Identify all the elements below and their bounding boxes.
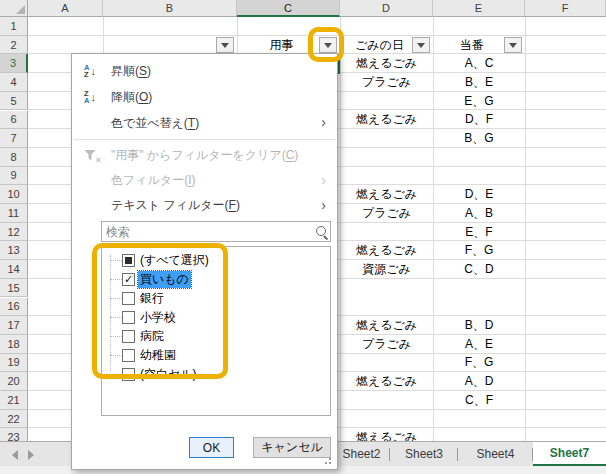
cell-E20[interactable]: A、D <box>433 372 525 391</box>
cell-D14[interactable]: 資源ごみ <box>340 260 433 279</box>
cell-E4[interactable]: B、E <box>433 73 525 92</box>
filter-option-0[interactable]: (すべて選択) <box>102 251 330 270</box>
sheet-tab-sheet3[interactable]: Sheet3 <box>390 442 458 466</box>
menu-sort-ascending[interactable]: AZ↓ 昇順(S) <box>72 58 337 84</box>
filter-option-1[interactable]: 買いもの <box>102 270 330 289</box>
cell-E14[interactable]: C、D <box>433 260 525 279</box>
cell-E17[interactable]: B、D <box>433 316 525 335</box>
menu-text-filters[interactable]: テキスト フィルター(F) › <box>72 193 337 218</box>
cell-D17[interactable]: 燃えるごみ <box>340 316 433 335</box>
sort-ascending-icon: AZ↓ <box>84 64 111 79</box>
checkbox-unchecked-icon[interactable] <box>122 330 135 343</box>
filter-button-column-d[interactable] <box>412 37 430 53</box>
sheet-tab-sheet7[interactable]: Sheet7 <box>533 442 606 466</box>
row-header-10[interactable]: 10 <box>0 185 28 204</box>
row-header-3[interactable]: 3 <box>0 54 28 73</box>
cell-E11[interactable]: A、B <box>433 204 525 223</box>
sheet-tab-sheet4[interactable]: Sheet4 <box>458 442 533 466</box>
column-header-B[interactable]: B <box>103 0 237 17</box>
column-header-A[interactable]: A <box>28 0 103 17</box>
tab-scroll-right-icon[interactable] <box>28 450 34 460</box>
cell-B2[interactable] <box>103 36 237 55</box>
cell-E6[interactable]: D、F <box>433 111 525 130</box>
column-header-E[interactable]: E <box>433 0 525 17</box>
ok-button[interactable]: OK <box>189 437 234 458</box>
cell-D6[interactable]: 燃えるごみ <box>340 111 433 130</box>
cell-E19[interactable]: F、G <box>433 354 525 373</box>
row-header-8[interactable]: 8 <box>0 148 28 167</box>
filter-option-6[interactable]: (空白セル) <box>102 365 330 384</box>
filter-option-3[interactable]: 小学校 <box>102 308 330 327</box>
cell-D11[interactable]: プラごみ <box>340 204 433 223</box>
filter-button-column-b[interactable] <box>216 37 234 53</box>
row-header-9[interactable]: 9 <box>0 167 28 186</box>
cell-D4[interactable]: プラごみ <box>340 73 433 92</box>
filter-option-2[interactable]: 銀行 <box>102 289 330 308</box>
tree-line <box>110 374 122 375</box>
cell-D3[interactable]: 燃えるごみ <box>340 54 433 73</box>
row-header-19[interactable]: 19 <box>0 354 28 373</box>
cell-E21[interactable]: C、F <box>433 391 525 410</box>
resize-grip[interactable] <box>329 458 331 460</box>
cell-D13[interactable]: 燃えるごみ <box>340 241 433 260</box>
checkbox-unchecked-icon[interactable] <box>122 292 135 305</box>
cell-D20[interactable]: 燃えるごみ <box>340 372 433 391</box>
row-header-4[interactable]: 4 <box>0 73 28 92</box>
column-header-F[interactable]: F <box>525 0 606 17</box>
cell-D18[interactable]: プラごみ <box>340 335 433 354</box>
row-header-22[interactable]: 22 <box>0 410 28 429</box>
filter-menu-popup: AZ↓ 昇順(S) ZA↓ 降順(O) 色で並べ替え(T) › "用事" からフ… <box>71 53 338 470</box>
filter-button-column-c[interactable] <box>319 37 337 53</box>
row-header-7[interactable]: 7 <box>0 129 28 148</box>
dropdown-arrow-icon <box>509 43 517 48</box>
select-all-corner[interactable] <box>0 0 28 17</box>
row-header-1[interactable]: 1 <box>0 17 28 36</box>
active-cell-border-fragment <box>338 54 340 74</box>
menu-clear-filter: "用事" からフィルターをクリア(C) <box>72 143 337 168</box>
checkbox-checked-icon[interactable] <box>122 273 135 286</box>
excel-window: ABCDEF 123456789101112131415161718192021… <box>0 0 606 474</box>
cell-E18[interactable]: A、E <box>433 335 525 354</box>
row-header-20[interactable]: 20 <box>0 372 28 391</box>
cancel-button[interactable]: キャンセル <box>253 437 331 458</box>
row-header-14[interactable]: 14 <box>0 260 28 279</box>
cell-E10[interactable]: D、E <box>433 185 525 204</box>
row-header-11[interactable]: 11 <box>0 204 28 223</box>
checkbox-indeterminate-icon[interactable] <box>122 254 135 267</box>
row-header-17[interactable]: 17 <box>0 316 28 335</box>
row-header-5[interactable]: 5 <box>0 92 28 111</box>
filter-option-4[interactable]: 病院 <box>102 327 330 346</box>
sheet-tab-sheet2[interactable]: Sheet2 <box>333 442 390 466</box>
row-header-13[interactable]: 13 <box>0 241 28 260</box>
tab-scroll-left-icon[interactable] <box>12 450 18 460</box>
menu-sort-descending[interactable]: ZA↓ 降順(O) <box>72 84 337 110</box>
row-header-15[interactable]: 15 <box>0 279 28 298</box>
cell-E5[interactable]: E、G <box>433 92 525 111</box>
tree-line <box>110 260 122 261</box>
cell-E13[interactable]: F、G <box>433 241 525 260</box>
row-header-16[interactable]: 16 <box>0 298 28 317</box>
column-header-C[interactable]: C <box>237 0 340 17</box>
cell-E2[interactable]: 当番 <box>433 36 525 55</box>
row-header-18[interactable]: 18 <box>0 335 28 354</box>
row-header-2[interactable]: 2 <box>0 36 28 55</box>
checkbox-unchecked-icon[interactable] <box>122 311 135 324</box>
cell-E7[interactable]: B、G <box>433 129 525 148</box>
row-header-12[interactable]: 12 <box>0 223 28 242</box>
cell-E12[interactable]: E、F <box>433 223 525 242</box>
header-yoji: 用事 <box>270 37 294 54</box>
checkbox-unchecked-icon[interactable] <box>122 349 135 362</box>
cell-C2[interactable]: 用事 <box>237 36 340 55</box>
cell-E3[interactable]: A、C <box>433 54 525 73</box>
cell-D2[interactable]: ごみの日 <box>340 36 433 55</box>
menu-sort-by-color[interactable]: 色で並べ替え(T) › <box>72 110 337 136</box>
filter-option-5[interactable]: 幼稚園 <box>102 346 330 365</box>
filter-button-column-e[interactable] <box>504 37 522 53</box>
submenu-chevron-icon: › <box>321 172 326 188</box>
column-header-D[interactable]: D <box>340 0 433 17</box>
checkbox-unchecked-icon[interactable] <box>122 368 135 381</box>
cell-D10[interactable]: 燃えるごみ <box>340 185 433 204</box>
search-input[interactable] <box>102 225 314 239</box>
row-header-21[interactable]: 21 <box>0 391 28 410</box>
row-header-6[interactable]: 6 <box>0 111 28 130</box>
